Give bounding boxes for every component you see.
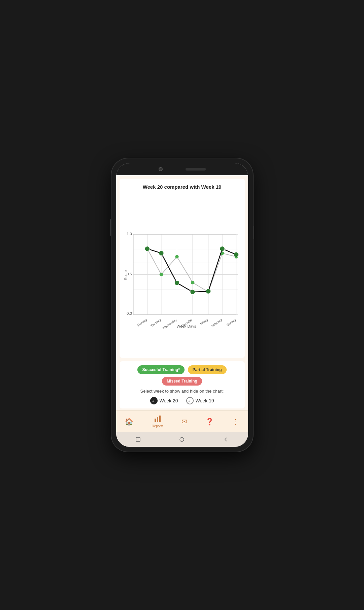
svg-text:Score: Score — [124, 270, 128, 280]
svg-text:Tuesday: Tuesday — [150, 318, 162, 328]
app-content: Week 20 compared with Week 19 1.0 0.5 0.… — [116, 175, 248, 432]
svg-rect-30 — [136, 437, 140, 441]
bottom-nav: 🏠 Reports ✉ ❓ — [116, 410, 248, 432]
svg-point-31 — [180, 437, 184, 441]
week20-dot-thu — [190, 289, 195, 294]
svg-text:Monday: Monday — [136, 318, 147, 327]
legend-badges-row2: Missed Training — [162, 377, 202, 386]
volume-button — [110, 219, 111, 236]
svg-text:1.0: 1.0 — [127, 232, 132, 236]
week20-item[interactable]: ✓ Week 20 — [150, 397, 178, 404]
more-icon: ⋮ — [232, 418, 239, 426]
nav-home[interactable]: 🏠 — [122, 416, 136, 427]
svg-text:Saturday: Saturday — [210, 318, 223, 328]
week20-dot-sat — [220, 246, 224, 251]
week19-dot-wed — [175, 255, 178, 258]
svg-text:Wednesday: Wednesday — [162, 318, 177, 330]
week20-checkbox[interactable]: ✓ — [150, 397, 158, 404]
legend-badges-row: Succesful Training* Partial Training — [137, 365, 226, 374]
nav-more[interactable]: ⋮ — [229, 416, 241, 427]
week-checkboxes: ✓ Week 20 ✓ Week 19 — [150, 397, 214, 404]
week20-dot-tue — [159, 251, 163, 255]
week20-dot-mon — [145, 246, 150, 251]
week19-dot-thu — [191, 281, 194, 284]
chart-title: Week 20 compared with Week 19 — [143, 184, 222, 190]
week20-dot-sun — [234, 252, 238, 257]
week19-item[interactable]: ✓ Week 19 — [186, 397, 214, 404]
status-bar — [116, 163, 248, 175]
line-chart: 1.0 0.5 0.0 Score — [123, 192, 241, 355]
nav-reports[interactable]: Reports — [149, 414, 166, 429]
chart-section: Week 20 compared with Week 19 1.0 0.5 0.… — [120, 179, 245, 358]
home-icon: 🏠 — [125, 418, 133, 426]
svg-rect-29 — [159, 416, 161, 422]
chart-container: 1.0 0.5 0.0 Score — [123, 192, 241, 355]
android-square-btn[interactable] — [133, 435, 143, 444]
week19-label: Week 19 — [196, 398, 214, 403]
help-icon: ❓ — [205, 418, 214, 426]
phone-frame: Week 20 compared with Week 19 1.0 0.5 0.… — [111, 158, 253, 452]
mail-icon: ✉ — [181, 418, 187, 426]
nav-mail[interactable]: ✉ — [179, 416, 190, 427]
select-week-label: Select week to show and hide on the char… — [140, 388, 224, 394]
reports-icon — [154, 415, 161, 424]
nav-help[interactable]: ❓ — [203, 416, 217, 427]
android-home-btn[interactable] — [177, 435, 187, 444]
svg-rect-27 — [155, 419, 156, 422]
speaker — [186, 168, 206, 171]
week20-dot-fri — [206, 289, 210, 294]
android-back-btn[interactable] — [221, 435, 231, 444]
week20-dot-wed — [174, 280, 179, 285]
svg-text:Week Days: Week Days — [176, 324, 196, 328]
badge-missed[interactable]: Missed Training — [162, 377, 202, 386]
android-nav — [116, 432, 248, 447]
badge-successful[interactable]: Succesful Training* — [137, 365, 184, 374]
badge-partial[interactable]: Partial Training — [188, 365, 227, 374]
phone-screen: Week 20 compared with Week 19 1.0 0.5 0.… — [116, 163, 248, 447]
camera — [159, 167, 163, 171]
reports-label: Reports — [152, 424, 163, 428]
svg-text:Sunday: Sunday — [226, 318, 237, 327]
svg-text:Friday: Friday — [199, 318, 208, 326]
power-button — [253, 226, 254, 239]
week19-checkbox[interactable]: ✓ — [186, 397, 194, 404]
week19-dot-tue — [159, 273, 163, 276]
legend-section: Succesful Training* Partial Training Mis… — [120, 361, 245, 408]
week20-label: Week 20 — [160, 398, 178, 403]
svg-rect-28 — [157, 417, 158, 422]
svg-text:0.0: 0.0 — [127, 311, 132, 315]
